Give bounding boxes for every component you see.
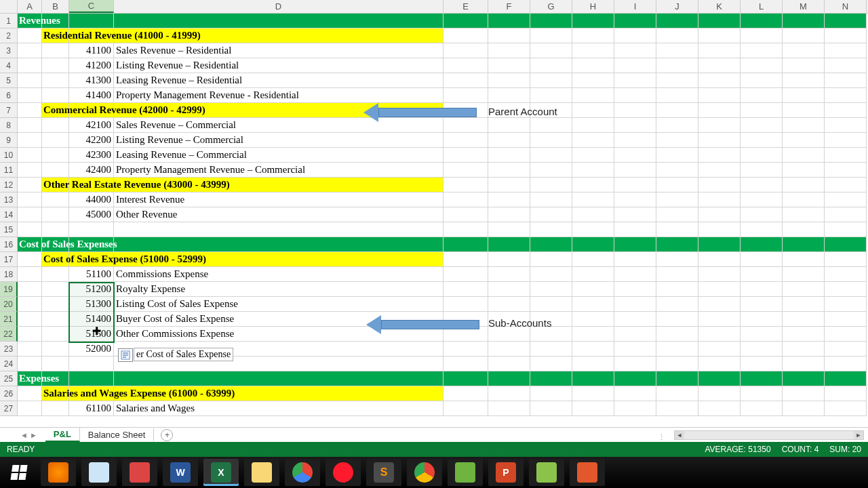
cell-A24[interactable] (18, 357, 42, 371)
cell-N1[interactable] (825, 14, 867, 28)
cell-I12[interactable] (614, 178, 656, 192)
cell-L22[interactable] (741, 327, 783, 342)
cell-A4[interactable] (18, 58, 42, 73)
cell-F14[interactable] (488, 207, 530, 222)
cell-J10[interactable] (656, 148, 698, 163)
cell-L20[interactable] (741, 297, 783, 312)
cell-A10[interactable] (18, 148, 42, 163)
cell-N21[interactable] (825, 312, 867, 327)
cell-L2[interactable] (741, 28, 783, 43)
cell-I7[interactable] (614, 103, 656, 118)
row-12[interactable]: 12Other Real Estate Revenue (43000 - 439… (0, 178, 868, 192)
cell-L13[interactable] (741, 192, 783, 207)
cell-F11[interactable] (488, 163, 530, 178)
cell-K3[interactable] (698, 43, 741, 58)
cell-J13[interactable] (656, 192, 698, 207)
cell-D25[interactable] (114, 371, 443, 386)
cell-D19[interactable]: Royalty Expense (114, 282, 443, 297)
row-25[interactable]: 25Expenses (0, 371, 868, 386)
cell-C3[interactable]: 41100 (69, 43, 114, 58)
cell-G1[interactable] (530, 14, 572, 28)
cell-F25[interactable] (488, 371, 530, 386)
tab-pl[interactable]: P&L (45, 428, 80, 443)
cell-H3[interactable] (572, 43, 614, 58)
cell-G9[interactable] (530, 133, 572, 148)
col-header-e[interactable]: E (443, 0, 488, 13)
cell-I19[interactable] (614, 282, 656, 297)
cell-H7[interactable] (572, 103, 614, 118)
cell-N14[interactable] (825, 207, 867, 222)
horizontal-scrollbar[interactable]: ◄ ► (674, 430, 864, 440)
cell-A12[interactable] (18, 178, 42, 192)
cell-A11[interactable] (18, 163, 42, 178)
cell-B6[interactable] (42, 88, 69, 103)
cell-D11[interactable]: Property Management Revenue – Commercial (114, 163, 443, 178)
cell-M4[interactable] (783, 58, 825, 73)
row-14[interactable]: 1445000Other Revenue (0, 207, 868, 222)
cell-E4[interactable] (443, 58, 488, 73)
cell-B3[interactable] (42, 43, 69, 58)
cell-M16[interactable] (783, 237, 825, 252)
autofill-options-icon[interactable] (118, 348, 133, 362)
cell-F2[interactable] (488, 28, 530, 43)
row-header-10[interactable]: 10 (0, 148, 18, 163)
cell-F4[interactable] (488, 58, 530, 73)
col-header-j[interactable]: J (656, 0, 698, 13)
cell-C22[interactable]: 51500 (69, 327, 114, 342)
cell-F3[interactable] (488, 43, 530, 58)
cell-M20[interactable] (783, 297, 825, 312)
cell-A19[interactable] (18, 282, 42, 297)
cell-M9[interactable] (783, 133, 825, 148)
taskbar-excel[interactable]: X (203, 459, 239, 486)
cell-J27[interactable] (656, 401, 698, 416)
cell-J1[interactable] (656, 14, 698, 28)
taskbar-app2[interactable] (570, 459, 605, 486)
cell-E5[interactable] (443, 73, 488, 88)
row-header-5[interactable]: 5 (0, 73, 18, 88)
cell-H20[interactable] (572, 297, 614, 312)
cell-M22[interactable] (783, 327, 825, 342)
cell-H21[interactable] (572, 312, 614, 327)
cell-J12[interactable] (656, 178, 698, 192)
cell-F13[interactable] (488, 192, 530, 207)
cell-J4[interactable] (656, 58, 698, 73)
cell-H27[interactable] (572, 401, 614, 416)
cell-F17[interactable] (488, 252, 530, 267)
cell-M11[interactable] (783, 163, 825, 178)
col-header-h[interactable]: H (572, 0, 614, 13)
cell-I18[interactable] (614, 267, 656, 282)
cell-K15[interactable] (698, 222, 741, 237)
cell-A23[interactable] (18, 342, 42, 357)
cell-N10[interactable] (825, 148, 867, 163)
cell-J23[interactable] (656, 342, 698, 357)
cell-E11[interactable] (443, 163, 488, 178)
cell-D15[interactable] (114, 222, 443, 237)
cell-F8[interactable] (488, 118, 530, 133)
row-header-11[interactable]: 11 (0, 163, 18, 178)
cell-F5[interactable] (488, 73, 530, 88)
row-5[interactable]: 541300Leasing Revenue – Residential (0, 73, 868, 88)
taskbar-explorer[interactable] (244, 459, 279, 486)
cell-B19[interactable] (42, 282, 69, 297)
cell-N26[interactable] (825, 386, 867, 401)
row-header-1[interactable]: 1 (0, 14, 18, 28)
cell-G8[interactable] (530, 118, 572, 133)
row-header-17[interactable]: 17 (0, 252, 18, 267)
cell-G17[interactable] (530, 252, 572, 267)
cell-B4[interactable] (42, 58, 69, 73)
cell-B14[interactable] (42, 207, 69, 222)
cell-A18[interactable] (18, 267, 42, 282)
cell-A14[interactable] (18, 207, 42, 222)
cell-G11[interactable] (530, 163, 572, 178)
cell-C19[interactable]: 51200 (69, 282, 114, 297)
cell-H4[interactable] (572, 58, 614, 73)
cell-E3[interactable] (443, 43, 488, 58)
cell-H1[interactable] (572, 14, 614, 28)
cell-I13[interactable] (614, 192, 656, 207)
cell-B15[interactable] (42, 222, 69, 237)
taskbar-powerpoint[interactable]: P (488, 459, 524, 486)
cell-E19[interactable] (443, 282, 488, 297)
taskbar-snip[interactable] (122, 459, 157, 486)
taskbar-opera[interactable] (326, 459, 361, 486)
row-header-14[interactable]: 14 (0, 207, 18, 222)
